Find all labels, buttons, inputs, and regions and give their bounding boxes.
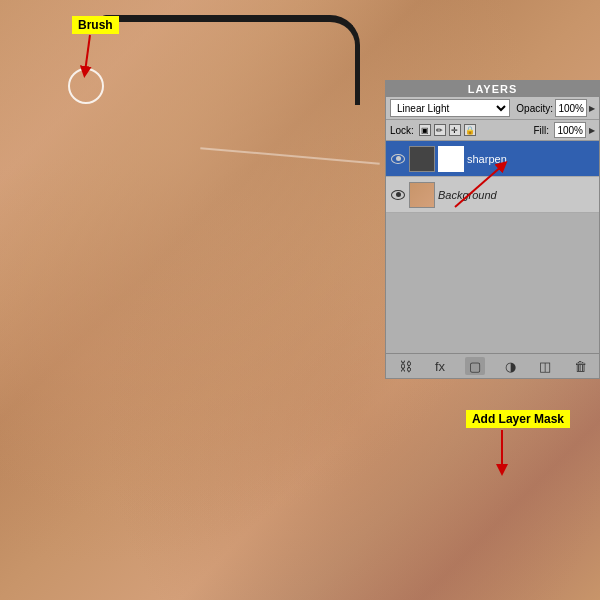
fill-input[interactable]: [554, 122, 586, 138]
layer-name-background: Background: [438, 189, 497, 201]
layer-effects-icon[interactable]: fx: [430, 357, 450, 375]
eye-icon-sharpen[interactable]: [390, 152, 406, 166]
fill-label: Fill:: [533, 125, 549, 136]
layer-row-sharpen[interactable]: sharpen: [386, 141, 599, 177]
opacity-label: Opacity:: [516, 103, 553, 114]
link-layers-icon[interactable]: ⛓: [395, 357, 415, 375]
new-group-icon[interactable]: ◫: [535, 357, 555, 375]
lock-label: Lock:: [390, 125, 414, 136]
opacity-input[interactable]: [555, 99, 587, 117]
add-mask-icon[interactable]: ▢: [465, 357, 485, 375]
brush-annotation-label: Brush: [72, 16, 119, 34]
blend-opacity-toolbar: Linear Light Normal Multiply Opacity: ▶: [386, 97, 599, 120]
adjustment-layer-icon[interactable]: ◑: [500, 357, 520, 375]
layer-mask-thumb-sharpen[interactable]: [438, 146, 464, 172]
fill-arrow-icon[interactable]: ▶: [589, 126, 595, 135]
brush-indicator: [68, 68, 104, 104]
opacity-arrow-icon[interactable]: ▶: [589, 104, 595, 113]
layer-name-sharpen: sharpen: [467, 153, 595, 165]
add-layer-mask-annotation-label: Add Layer Mask: [466, 410, 570, 428]
layer-thumb-background: [409, 182, 435, 208]
lock-transparency-icon[interactable]: ▣: [419, 124, 431, 136]
layers-bottom-toolbar: ⛓ fx ▢ ◑ ◫ 🗑: [386, 353, 599, 378]
eye-icon-background[interactable]: [390, 188, 406, 202]
layers-panel: LAYERS Linear Light Normal Multiply Opac…: [385, 80, 600, 379]
blend-mode-select[interactable]: Linear Light Normal Multiply: [390, 99, 510, 117]
layer-row-background[interactable]: Background: [386, 177, 599, 213]
lock-move-icon[interactable]: ✛: [449, 124, 461, 136]
layer-thumb-sharpen: [409, 146, 435, 172]
delete-layer-icon[interactable]: 🗑: [570, 357, 590, 375]
lock-paint-icon[interactable]: ✏: [434, 124, 446, 136]
lock-fill-bar: Lock: ▣ ✏ ✛ 🔒 Fill: ▶: [386, 120, 599, 141]
layers-panel-header: LAYERS: [386, 81, 599, 97]
layers-empty-area: [386, 213, 599, 353]
lock-all-icon[interactable]: 🔒: [464, 124, 476, 136]
